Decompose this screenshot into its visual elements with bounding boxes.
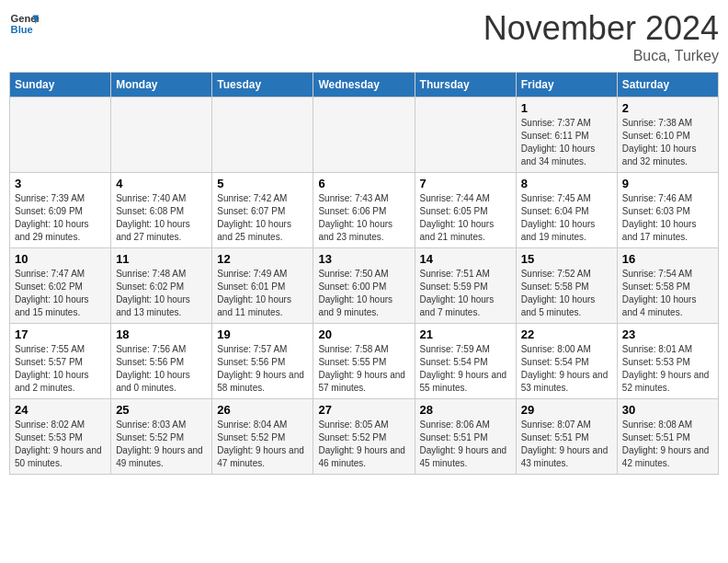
day-info: Sunrise: 7:52 AM Sunset: 5:58 PM Dayligh…: [521, 268, 612, 319]
header-day-sunday: Sunday: [10, 73, 111, 98]
day-number: 1: [521, 101, 612, 115]
day-number: 17: [15, 327, 106, 341]
day-info: Sunrise: 7:43 AM Sunset: 6:06 PM Dayligh…: [318, 192, 409, 244]
calendar-cell: 5Sunrise: 7:42 AM Sunset: 6:07 PM Daylig…: [212, 173, 313, 248]
day-info: Sunrise: 7:51 AM Sunset: 5:59 PM Dayligh…: [420, 268, 511, 319]
calendar-week-0: 1Sunrise: 7:37 AM Sunset: 6:11 PM Daylig…: [10, 98, 719, 173]
day-info: Sunrise: 7:45 AM Sunset: 6:04 PM Dayligh…: [521, 192, 612, 244]
calendar-cell: 17Sunrise: 7:55 AM Sunset: 5:57 PM Dayli…: [10, 324, 111, 399]
day-info: Sunrise: 7:50 AM Sunset: 6:00 PM Dayligh…: [318, 268, 409, 319]
title-block: November 2024 Buca, Turkey: [483, 9, 719, 64]
calendar-week-2: 10Sunrise: 7:47 AM Sunset: 6:02 PM Dayli…: [10, 248, 719, 324]
calendar-cell: 6Sunrise: 7:43 AM Sunset: 6:06 PM Daylig…: [313, 173, 415, 248]
calendar-cell: [111, 98, 212, 173]
day-number: 10: [15, 252, 106, 266]
day-info: Sunrise: 7:44 AM Sunset: 6:05 PM Dayligh…: [420, 192, 511, 244]
day-info: Sunrise: 7:37 AM Sunset: 6:11 PM Dayligh…: [521, 117, 612, 168]
day-number: 24: [15, 403, 106, 417]
day-number: 3: [15, 177, 106, 190]
logo-icon: General Blue: [9, 9, 39, 39]
page-header: General Blue November 2024 Buca, Turkey: [9, 9, 719, 64]
day-info: Sunrise: 8:07 AM Sunset: 5:51 PM Dayligh…: [521, 419, 612, 470]
day-number: 19: [217, 327, 308, 341]
day-number: 30: [622, 403, 713, 417]
calendar-cell: 1Sunrise: 7:37 AM Sunset: 6:11 PM Daylig…: [516, 98, 617, 173]
calendar-cell: 30Sunrise: 8:08 AM Sunset: 5:51 PM Dayli…: [617, 399, 718, 475]
calendar-cell: 2Sunrise: 7:38 AM Sunset: 6:10 PM Daylig…: [617, 98, 718, 173]
day-info: Sunrise: 8:00 AM Sunset: 5:54 PM Dayligh…: [521, 343, 612, 395]
day-number: 23: [622, 327, 713, 341]
day-number: 8: [521, 177, 612, 190]
day-number: 4: [116, 177, 207, 190]
calendar-week-4: 24Sunrise: 8:02 AM Sunset: 5:53 PM Dayli…: [10, 399, 719, 475]
day-info: Sunrise: 8:01 AM Sunset: 5:53 PM Dayligh…: [622, 343, 713, 395]
calendar-cell: 28Sunrise: 8:06 AM Sunset: 5:51 PM Dayli…: [415, 399, 516, 475]
day-info: Sunrise: 7:46 AM Sunset: 6:03 PM Dayligh…: [622, 192, 713, 244]
calendar-cell: 3Sunrise: 7:39 AM Sunset: 6:09 PM Daylig…: [10, 173, 111, 248]
day-info: Sunrise: 8:02 AM Sunset: 5:53 PM Dayligh…: [15, 419, 106, 470]
day-number: 5: [217, 177, 308, 190]
day-number: 15: [521, 252, 612, 266]
month-title: November 2024: [483, 9, 719, 48]
day-info: Sunrise: 7:42 AM Sunset: 6:07 PM Dayligh…: [217, 192, 308, 244]
day-info: Sunrise: 7:55 AM Sunset: 5:57 PM Dayligh…: [15, 343, 106, 395]
svg-text:Blue: Blue: [11, 24, 33, 35]
day-number: 18: [116, 327, 207, 341]
day-info: Sunrise: 7:56 AM Sunset: 5:56 PM Dayligh…: [116, 343, 207, 395]
day-number: 22: [521, 327, 612, 341]
header-day-saturday: Saturday: [617, 73, 718, 98]
calendar-cell: 23Sunrise: 8:01 AM Sunset: 5:53 PM Dayli…: [617, 324, 718, 399]
calendar-cell: 11Sunrise: 7:48 AM Sunset: 6:02 PM Dayli…: [111, 248, 212, 324]
day-number: 2: [622, 101, 713, 115]
calendar-cell: 8Sunrise: 7:45 AM Sunset: 6:04 PM Daylig…: [516, 173, 617, 248]
day-info: Sunrise: 7:38 AM Sunset: 6:10 PM Dayligh…: [622, 117, 713, 168]
day-number: 7: [420, 177, 511, 190]
calendar-week-1: 3Sunrise: 7:39 AM Sunset: 6:09 PM Daylig…: [10, 173, 719, 248]
calendar-cell: [212, 98, 313, 173]
day-info: Sunrise: 8:06 AM Sunset: 5:51 PM Dayligh…: [420, 419, 511, 470]
day-info: Sunrise: 7:47 AM Sunset: 6:02 PM Dayligh…: [15, 268, 106, 319]
calendar-cell: [10, 98, 111, 173]
day-info: Sunrise: 7:39 AM Sunset: 6:09 PM Dayligh…: [15, 192, 106, 244]
day-number: 13: [318, 252, 409, 266]
calendar-cell: 7Sunrise: 7:44 AM Sunset: 6:05 PM Daylig…: [415, 173, 516, 248]
day-info: Sunrise: 8:08 AM Sunset: 5:51 PM Dayligh…: [622, 419, 713, 470]
day-info: Sunrise: 7:59 AM Sunset: 5:54 PM Dayligh…: [420, 343, 511, 395]
calendar-cell: 26Sunrise: 8:04 AM Sunset: 5:52 PM Dayli…: [212, 399, 313, 475]
calendar-cell: 21Sunrise: 7:59 AM Sunset: 5:54 PM Dayli…: [415, 324, 516, 399]
day-info: Sunrise: 7:54 AM Sunset: 5:58 PM Dayligh…: [622, 268, 713, 319]
calendar-cell: 16Sunrise: 7:54 AM Sunset: 5:58 PM Dayli…: [617, 248, 718, 324]
day-info: Sunrise: 7:40 AM Sunset: 6:08 PM Dayligh…: [116, 192, 207, 244]
header-day-thursday: Thursday: [415, 73, 516, 98]
calendar-cell: 29Sunrise: 8:07 AM Sunset: 5:51 PM Dayli…: [516, 399, 617, 475]
calendar-cell: 20Sunrise: 7:58 AM Sunset: 5:55 PM Dayli…: [313, 324, 415, 399]
header-day-friday: Friday: [516, 73, 617, 98]
calendar-cell: [313, 98, 415, 173]
day-number: 6: [318, 177, 409, 190]
day-info: Sunrise: 7:57 AM Sunset: 5:56 PM Dayligh…: [217, 343, 308, 395]
calendar-cell: 13Sunrise: 7:50 AM Sunset: 6:00 PM Dayli…: [313, 248, 415, 324]
calendar-cell: 14Sunrise: 7:51 AM Sunset: 5:59 PM Dayli…: [415, 248, 516, 324]
calendar-cell: 15Sunrise: 7:52 AM Sunset: 5:58 PM Dayli…: [516, 248, 617, 324]
day-info: Sunrise: 8:05 AM Sunset: 5:52 PM Dayligh…: [318, 419, 409, 470]
day-number: 14: [420, 252, 511, 266]
calendar-cell: [415, 98, 516, 173]
day-number: 27: [318, 403, 409, 417]
day-number: 26: [217, 403, 308, 417]
day-number: 20: [318, 327, 409, 341]
day-info: Sunrise: 7:48 AM Sunset: 6:02 PM Dayligh…: [116, 268, 207, 319]
header-day-tuesday: Tuesday: [212, 73, 313, 98]
calendar-body: 1Sunrise: 7:37 AM Sunset: 6:11 PM Daylig…: [10, 98, 719, 475]
calendar-cell: 12Sunrise: 7:49 AM Sunset: 6:01 PM Dayli…: [212, 248, 313, 324]
day-number: 16: [622, 252, 713, 266]
calendar-cell: 24Sunrise: 8:02 AM Sunset: 5:53 PM Dayli…: [10, 399, 111, 475]
day-info: Sunrise: 7:49 AM Sunset: 6:01 PM Dayligh…: [217, 268, 308, 319]
calendar-cell: 9Sunrise: 7:46 AM Sunset: 6:03 PM Daylig…: [617, 173, 718, 248]
calendar-cell: 22Sunrise: 8:00 AM Sunset: 5:54 PM Dayli…: [516, 324, 617, 399]
day-number: 28: [420, 403, 511, 417]
day-number: 21: [420, 327, 511, 341]
calendar-cell: 19Sunrise: 7:57 AM Sunset: 5:56 PM Dayli…: [212, 324, 313, 399]
day-info: Sunrise: 7:58 AM Sunset: 5:55 PM Dayligh…: [318, 343, 409, 395]
calendar-cell: 27Sunrise: 8:05 AM Sunset: 5:52 PM Dayli…: [313, 399, 415, 475]
header-day-monday: Monday: [111, 73, 212, 98]
